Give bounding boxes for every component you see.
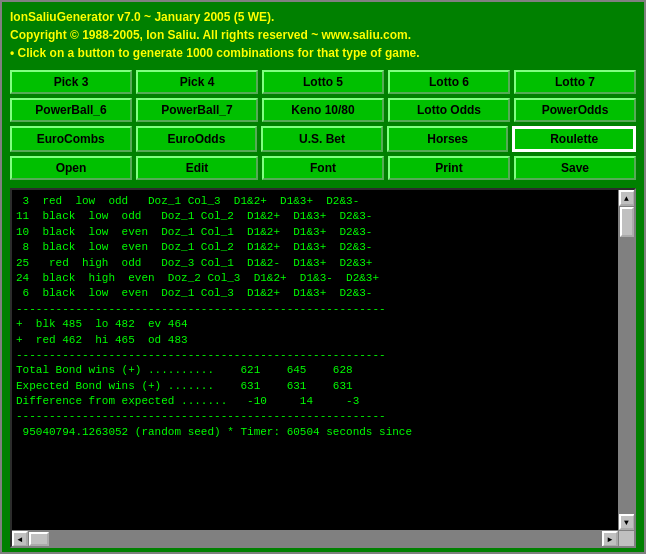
scrollbar-corner [618, 530, 634, 546]
button-row-4: Open Edit Font Print Save [10, 156, 636, 180]
lotto7-button[interactable]: Lotto 7 [514, 70, 636, 94]
edit-button[interactable]: Edit [136, 156, 258, 180]
horizontal-scrollbar[interactable]: ◄ ► [12, 530, 618, 546]
button-row-1: Pick 3 Pick 4 Lotto 5 Lotto 6 Lotto 7 [10, 70, 636, 94]
horses-button[interactable]: Horses [387, 126, 509, 152]
scroll-up-button[interactable]: ▲ [619, 190, 635, 206]
pick4-button[interactable]: Pick 4 [136, 70, 258, 94]
font-button[interactable]: Font [262, 156, 384, 180]
scroll-track-h [28, 531, 602, 547]
output-text: 3 red low odd Doz_1 Col_3 D1&2+ D1&3+ D2… [12, 190, 616, 528]
scroll-left-button[interactable]: ◄ [12, 531, 28, 547]
scroll-track-v [619, 206, 635, 514]
save-button[interactable]: Save [514, 156, 636, 180]
open-button[interactable]: Open [10, 156, 132, 180]
pick3-button[interactable]: Pick 3 [10, 70, 132, 94]
print-button[interactable]: Print [388, 156, 510, 180]
keno-button[interactable]: Keno 10/80 [262, 98, 384, 122]
scroll-thumb-h[interactable] [29, 532, 49, 546]
output-wrapper: 3 red low odd Doz_1 Col_3 D1&2+ D1&3+ D2… [10, 188, 636, 548]
title-bar: IonSaliuGenerator v7.0 ~ January 2005 (5… [2, 2, 644, 66]
euroodds-button[interactable]: EuroOdds [136, 126, 258, 152]
lotto6-button[interactable]: Lotto 6 [388, 70, 510, 94]
powerball6-button[interactable]: PowerBall_6 [10, 98, 132, 122]
vertical-scrollbar[interactable]: ▲ ▼ [618, 190, 634, 530]
powerball7-button[interactable]: PowerBall_7 [136, 98, 258, 122]
button-row-2: PowerBall_6 PowerBall_7 Keno 10/80 Lotto… [10, 98, 636, 122]
button-row-3: EuroCombs EuroOdds U.S. Bet Horses Roule… [10, 126, 636, 152]
button-area: Pick 3 Pick 4 Lotto 5 Lotto 6 Lotto 7 Po… [2, 66, 644, 184]
usbet-button[interactable]: U.S. Bet [261, 126, 383, 152]
lotto-odds-button[interactable]: Lotto Odds [388, 98, 510, 122]
eurocombs-button[interactable]: EuroCombs [10, 126, 132, 152]
lotto5-button[interactable]: Lotto 5 [262, 70, 384, 94]
scroll-down-button[interactable]: ▼ [619, 514, 635, 530]
title-line2: Copyright © 1988-2005, Ion Saliu. All ri… [10, 26, 636, 44]
scroll-thumb-v[interactable] [620, 207, 634, 237]
roulette-button[interactable]: Roulette [512, 126, 636, 152]
title-line3: • Click on a button to generate 1000 com… [10, 44, 636, 62]
main-window: IonSaliuGenerator v7.0 ~ January 2005 (5… [0, 0, 646, 554]
powerodds-button[interactable]: PowerOdds [514, 98, 636, 122]
scroll-right-button[interactable]: ► [602, 531, 618, 547]
title-line1: IonSaliuGenerator v7.0 ~ January 2005 (5… [10, 8, 636, 26]
